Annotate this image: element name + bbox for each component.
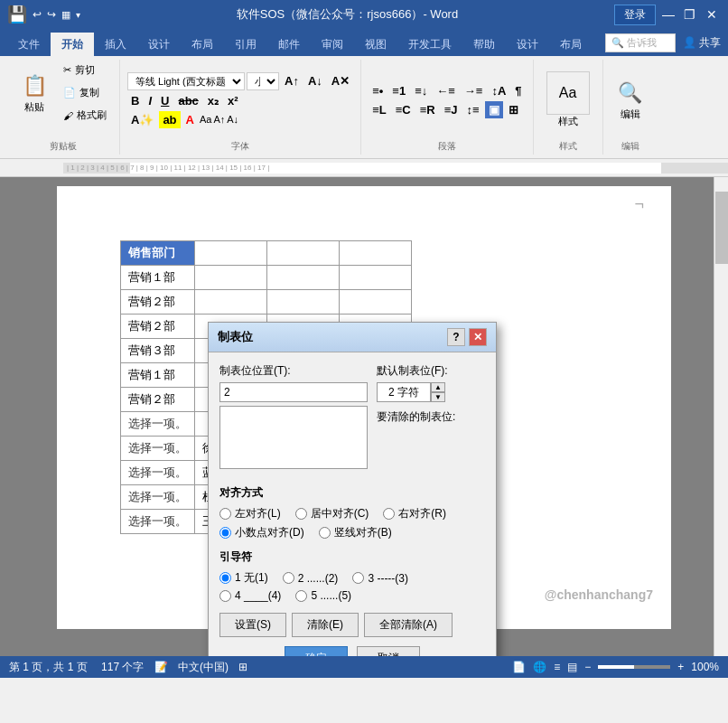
font-selector[interactable]: 等线 Light (西文标题) xyxy=(127,72,245,90)
tab-help[interactable]: 帮助 xyxy=(462,33,506,56)
dropdown-cell: 选择一项。 xyxy=(121,412,195,437)
clear-button[interactable]: 清除(E) xyxy=(292,613,359,637)
tab-view[interactable]: 视图 xyxy=(354,33,397,56)
clear-format-btn[interactable]: A✕ xyxy=(328,72,353,89)
paste-button[interactable]: 📋 粘贴 xyxy=(14,68,54,117)
align-center-btn[interactable]: ≡C xyxy=(392,101,415,118)
italic-btn[interactable]: I xyxy=(145,92,155,109)
align-decimal-radio[interactable]: 小数点对齐(D) xyxy=(219,525,304,540)
leader-none-radio[interactable]: 1 无(1) xyxy=(219,570,268,586)
multilevel-btn[interactable]: ≡↓ xyxy=(411,82,431,99)
share-btn[interactable]: 👤 共享 xyxy=(683,35,721,51)
view-web-btn[interactable]: 🌐 xyxy=(533,661,546,673)
leader-dashes-radio[interactable]: 3 -----(3) xyxy=(352,570,408,586)
view-draft-btn[interactable]: ▤ xyxy=(567,661,577,673)
word-icon: 💾 xyxy=(7,5,27,24)
tab-layout2[interactable]: 布局 xyxy=(549,33,593,56)
restore-btn[interactable]: ❐ xyxy=(681,5,699,23)
align-right-btn[interactable]: ≡R xyxy=(416,101,439,118)
spinner-down-btn[interactable]: ▼ xyxy=(431,392,445,402)
table-cell xyxy=(340,241,412,266)
cut-button[interactable]: ✂剪切 xyxy=(58,60,112,80)
copy-button[interactable]: 📄复制 xyxy=(58,82,112,103)
leader-dots-radio[interactable]: 2 ......(2) xyxy=(283,570,339,586)
increase-indent-btn[interactable]: →≡ xyxy=(461,82,487,99)
ok-button[interactable]: 确定 xyxy=(285,646,348,656)
align-right-radio[interactable]: 右对齐(R) xyxy=(383,506,446,521)
styles-button[interactable]: Aa 样式 xyxy=(541,68,595,132)
bullets-btn[interactable]: ≡• xyxy=(369,82,387,99)
customize-btn[interactable]: ▾ xyxy=(76,10,80,20)
decrease-indent-btn[interactable]: ←≡ xyxy=(433,82,459,99)
sort-btn[interactable]: ↕A xyxy=(488,82,509,99)
subscript-btn[interactable]: x₂ xyxy=(204,92,222,109)
dialog-help-btn[interactable]: ? xyxy=(447,328,465,346)
tab-design[interactable]: 设计 xyxy=(137,33,181,56)
table-cell xyxy=(195,266,267,290)
close-btn[interactable]: ✕ xyxy=(703,5,721,23)
para-row2: ≡L ≡C ≡R ≡J ↕≡ ▣ ⊞ xyxy=(369,101,525,118)
title-left: 💾 ↩ ↪ ▦ ▾ xyxy=(7,5,80,24)
format-painter-button[interactable]: 🖌格式刷 xyxy=(58,105,112,126)
strikethrough-btn[interactable]: abc xyxy=(174,92,201,109)
title-bar: 💾 ↩ ↪ ▦ ▾ 软件SOS（微信公众号：rjsos666）- Word 登录… xyxy=(0,0,728,29)
justify-btn[interactable]: ≡J xyxy=(441,101,462,118)
tab-position-input[interactable] xyxy=(219,382,368,402)
shading-btn[interactable]: ▣ xyxy=(485,101,503,118)
leader-dots2-radio[interactable]: 5 ......(5) xyxy=(295,589,351,602)
borders-btn[interactable]: ⊞ xyxy=(505,101,522,118)
minimize-btn[interactable]: — xyxy=(659,5,677,23)
leader-underline-radio[interactable]: 4 ____(4) xyxy=(219,589,281,602)
align-left-btn[interactable]: ≡L xyxy=(369,101,390,118)
line-spacing-btn[interactable]: ↕≡ xyxy=(463,101,483,118)
tab-position-listbox[interactable] xyxy=(219,406,368,469)
font-size-inc[interactable]: A↑ xyxy=(213,114,225,125)
zoom-slider[interactable] xyxy=(598,665,670,669)
zoom-out-btn[interactable]: − xyxy=(584,661,591,673)
underline-btn[interactable]: U xyxy=(157,92,173,109)
grow-font-btn[interactable]: A↑ xyxy=(281,72,303,89)
spinner-up-btn[interactable]: ▲ xyxy=(431,382,445,392)
align-bar-radio[interactable]: 竖线对齐(B) xyxy=(319,525,392,540)
shrink-font-btn[interactable]: A↓ xyxy=(304,72,326,89)
edit-button[interactable]: 🔍 编辑 xyxy=(611,75,650,125)
tab-home[interactable]: 开始 xyxy=(51,33,94,56)
align-center-radio[interactable]: 居中对齐(C) xyxy=(295,506,369,521)
align-left-radio[interactable]: 左对齐(L) xyxy=(219,506,281,521)
undo-btn[interactable]: ↩ xyxy=(33,8,42,21)
bold-btn[interactable]: B xyxy=(127,92,143,109)
view-print-btn[interactable]: 📄 xyxy=(512,661,526,673)
tab-references[interactable]: 引用 xyxy=(224,33,267,56)
font-size-dec[interactable]: A↓ xyxy=(227,114,238,125)
dialog-close-btn[interactable]: ✕ xyxy=(469,328,487,346)
tab-design2[interactable]: 设计 xyxy=(506,33,549,56)
tab-review[interactable]: 审阅 xyxy=(311,33,354,56)
tab-developer[interactable]: 开发工具 xyxy=(397,33,462,56)
font-size-selector[interactable]: 小四 xyxy=(247,72,279,90)
tab-mailings[interactable]: 邮件 xyxy=(267,33,311,56)
quick-print-btn[interactable]: ▦ xyxy=(61,9,70,21)
cancel-button[interactable]: 取消 xyxy=(357,646,420,656)
text-effect-btn[interactable]: A✨ xyxy=(127,111,157,128)
numbering-btn[interactable]: ≡1 xyxy=(388,82,409,99)
text-highlight-btn[interactable]: ab xyxy=(159,111,180,128)
clear-all-button[interactable]: 全部清除(A) xyxy=(364,613,453,637)
tab-insert[interactable]: 插入 xyxy=(94,33,137,56)
zoom-in-btn[interactable]: + xyxy=(677,661,684,673)
vertical-scrollbar[interactable] xyxy=(714,177,728,656)
scrollbar-thumb[interactable] xyxy=(715,192,728,264)
tab-layout[interactable]: 布局 xyxy=(181,33,224,56)
show-marks-btn[interactable]: ¶ xyxy=(511,82,525,99)
tab-file[interactable]: 文件 xyxy=(7,33,51,56)
view-outline-btn[interactable]: ≡ xyxy=(554,661,560,673)
font-color-btn[interactable]: A xyxy=(182,111,198,128)
login-button[interactable]: 登录 xyxy=(614,5,656,25)
default-tab-input[interactable] xyxy=(377,382,431,402)
tell-me-input[interactable]: 🔍 告诉我 xyxy=(605,33,676,52)
redo-btn[interactable]: ↪ xyxy=(47,8,56,21)
table-cell xyxy=(267,290,340,315)
set-button[interactable]: 设置(S) xyxy=(219,613,286,637)
styles-icon: Aa xyxy=(546,71,590,115)
superscript-btn[interactable]: x² xyxy=(224,92,242,109)
paragraph-toolbar: ≡• ≡1 ≡↓ ←≡ →≡ ↕A ¶ ≡L ≡C ≡R ≡J ↕≡ ▣ ⊞ xyxy=(369,82,525,118)
